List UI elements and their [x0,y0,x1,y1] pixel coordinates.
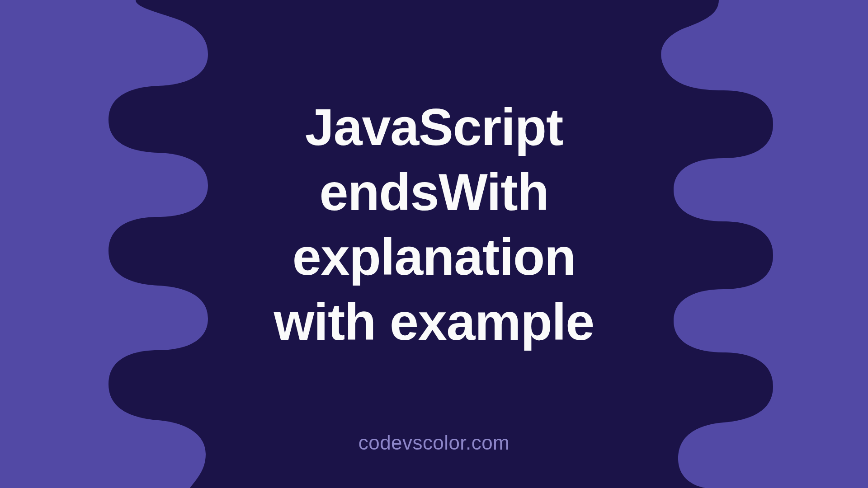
thumbnail-canvas: JavaScript endsWith explanation with exa… [0,0,868,488]
title-line-2: endsWith [274,160,594,225]
title-line-1: JavaScript [274,94,594,160]
title-block: JavaScript endsWith explanation with exa… [274,94,594,354]
title-line-3: explanation [274,225,594,290]
site-watermark: codevscolor.com [359,432,509,454]
title-line-4: with example [274,290,594,355]
